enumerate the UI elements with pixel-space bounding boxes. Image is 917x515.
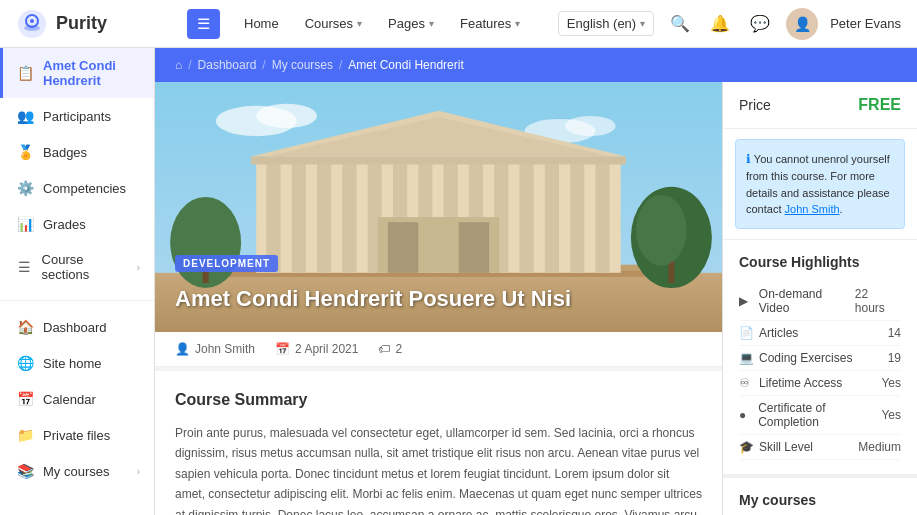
competencies-icon: ⚙️: [17, 180, 33, 196]
sidebar-toggle-button[interactable]: ☰: [187, 9, 220, 39]
highlight-coding-left: 💻 Coding Exercises: [739, 351, 852, 365]
sidebar-grades-label: Grades: [43, 217, 86, 232]
messages-button[interactable]: 💬: [746, 10, 774, 37]
search-button[interactable]: 🔍: [666, 10, 694, 37]
language-arrow-icon: ▾: [640, 18, 645, 29]
calendar-icon: 📅: [17, 391, 33, 407]
svg-rect-27: [251, 156, 626, 164]
user-name[interactable]: Peter Evans: [830, 16, 901, 31]
breadcrumb-sep-3: /: [339, 58, 342, 72]
nav-features[interactable]: Features▾: [448, 10, 532, 37]
date-icon: 📅: [275, 342, 290, 356]
highlight-lifetime-left: ♾ Lifetime Access: [739, 376, 842, 390]
nav-courses[interactable]: Courses▾: [293, 10, 374, 37]
breadcrumb-dashboard[interactable]: Dashboard: [198, 58, 257, 72]
sidebar-files-label: Private files: [43, 428, 110, 443]
svg-rect-25: [570, 163, 584, 272]
language-selector[interactable]: English (en) ▾: [558, 11, 654, 36]
sidebar-item-dashboard[interactable]: 🏠 Dashboard: [0, 309, 154, 345]
highlight-articles-left: 📄 Articles: [739, 326, 798, 340]
sidebar-item-course-sections[interactable]: ☰ Course sections ›: [0, 242, 154, 292]
sidebar-item-badges[interactable]: 🏅 Badges: [0, 134, 154, 170]
author-icon: 👤: [175, 342, 190, 356]
svg-rect-15: [317, 163, 331, 272]
sidebar-course-label: Amet Condi Hendrerit: [43, 58, 140, 88]
svg-rect-26: [595, 163, 609, 272]
site-home-icon: 🌐: [17, 355, 33, 371]
meta-count: 🏷 2: [378, 342, 402, 356]
highlights-title: Course Highlights: [739, 254, 901, 270]
sidebar-dashboard-label: Dashboard: [43, 320, 107, 335]
course-main-area: DEVELOPMENT Amet Condi Hendrerit Posuere…: [155, 82, 722, 515]
svg-point-37: [636, 195, 687, 266]
alert-link[interactable]: John Smith: [785, 203, 840, 215]
video-icon: ▶: [739, 294, 753, 308]
svg-rect-36: [668, 261, 674, 283]
course-highlights: Course Highlights ▶ On-demand Video 22 h…: [723, 239, 917, 474]
highlight-articles-label: Articles: [759, 326, 798, 340]
nav-home[interactable]: Home: [232, 10, 291, 37]
my-courses-section: My courses 🎓 Proin Ante Purus Malesuada …: [723, 474, 917, 516]
breadcrumb-current: Amet Condi Hendrerit: [348, 58, 463, 72]
breadcrumb-my-courses[interactable]: My courses: [272, 58, 333, 72]
sidebar-sections-label: Course sections: [42, 252, 127, 282]
dashboard-icon: 🏠: [17, 319, 33, 335]
sidebar-mycourses-label: My courses: [43, 464, 109, 479]
sidebar-item-site-home[interactable]: 🌐 Site home: [0, 345, 154, 381]
my-courses-chevron-icon: ›: [137, 466, 140, 477]
sidebar-item-participants[interactable]: 👥 Participants: [0, 98, 154, 134]
info-icon: ℹ: [746, 152, 751, 166]
meta-author: 👤 John Smith: [175, 342, 255, 356]
sidebar-item-private-files[interactable]: 📁 Private files: [0, 417, 154, 453]
language-label: English (en): [567, 16, 636, 31]
home-breadcrumb-icon[interactable]: ⌂: [175, 58, 182, 72]
meta-date: 📅 2 April 2021: [275, 342, 358, 356]
breadcrumb: ⌂ / Dashboard / My courses / Amet Condi …: [155, 48, 917, 82]
sidebar-item-my-courses[interactable]: 📚 My courses ›: [0, 453, 154, 489]
purity-logo: [16, 8, 48, 40]
main-layout: 📋 Amet Condi Hendrerit 👥 Participants 🏅 …: [0, 48, 917, 515]
svg-rect-24: [545, 163, 559, 272]
sidebar-item-course[interactable]: 📋 Amet Condi Hendrerit: [0, 48, 154, 98]
skill-icon: 🎓: [739, 440, 753, 454]
svg-rect-16: [342, 163, 356, 272]
breadcrumb-sep-1: /: [188, 58, 191, 72]
certificate-icon: ●: [739, 408, 752, 422]
svg-rect-31: [388, 222, 418, 273]
highlight-skill-left: 🎓 Skill Level: [739, 440, 813, 454]
unenrol-alert: ℹ You cannot unenrol yourself from this …: [735, 139, 905, 229]
highlight-coding-value: 19: [888, 351, 901, 365]
sidebar-participants-label: Participants: [43, 109, 111, 124]
nav-right: English (en) ▾ 🔍 🔔 💬 👤 Peter Evans: [558, 8, 901, 40]
price-label: Price: [739, 97, 771, 113]
highlight-certificate-left: ● Certificate of Completion: [739, 401, 881, 429]
svg-point-3: [30, 19, 34, 23]
svg-point-6: [256, 104, 317, 128]
brand: Purity: [16, 8, 171, 40]
sections-chevron-icon: ›: [137, 262, 140, 273]
price-value: FREE: [858, 96, 901, 114]
top-navigation: Purity ☰ Home Courses▾ Pages▾ Features▾ …: [0, 0, 917, 48]
lifetime-icon: ♾: [739, 376, 753, 390]
summary-heading: Course Summary: [175, 391, 702, 409]
summary-text-1: Proin ante purus, malesuada vel consecte…: [175, 423, 702, 515]
private-files-icon: 📁: [17, 427, 33, 443]
highlight-row-skill: 🎓 Skill Level Medium: [739, 435, 901, 460]
highlight-skill-label: Skill Level: [759, 440, 813, 454]
sections-icon: ☰: [17, 259, 32, 275]
main-content: ⌂ / Dashboard / My courses / Amet Condi …: [155, 48, 917, 515]
highlight-row-certificate: ● Certificate of Completion Yes: [739, 396, 901, 435]
sidebar-item-grades[interactable]: 📊 Grades: [0, 206, 154, 242]
sidebar-item-calendar[interactable]: 📅 Calendar: [0, 381, 154, 417]
breadcrumb-sep-2: /: [262, 58, 265, 72]
svg-rect-32: [459, 222, 489, 273]
notifications-button[interactable]: 🔔: [706, 10, 734, 37]
course-dev-badge: DEVELOPMENT: [175, 255, 278, 272]
sidebar-item-competencies[interactable]: ⚙️ Competencies: [0, 170, 154, 206]
course-summary-section: Course Summary Proin ante purus, malesua…: [155, 371, 722, 515]
sidebar-sitehome-label: Site home: [43, 356, 102, 371]
nav-pages[interactable]: Pages▾: [376, 10, 446, 37]
articles-icon: 📄: [739, 326, 753, 340]
highlight-certificate-value: Yes: [881, 408, 901, 422]
left-sidebar: 📋 Amet Condi Hendrerit 👥 Participants 🏅 …: [0, 48, 155, 515]
